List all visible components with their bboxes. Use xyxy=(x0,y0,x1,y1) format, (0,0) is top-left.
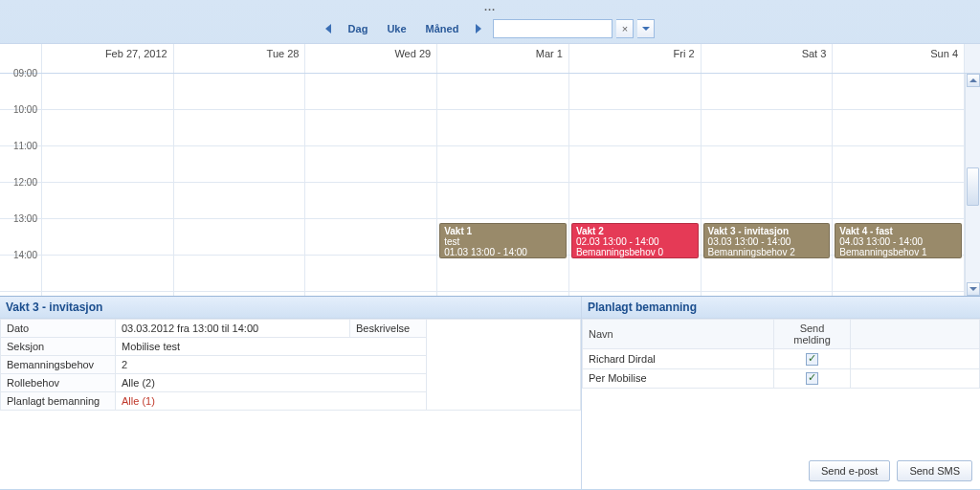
detail-label: Planlagt bemanning xyxy=(1,392,116,411)
staffing-table: Navn Send melding Richard DirdalPer Mobi… xyxy=(582,319,980,389)
day-header: Mar 1 xyxy=(437,44,569,73)
detail-value: Mobilise test xyxy=(116,338,427,356)
search-input[interactable] xyxy=(493,19,612,38)
day-header: Fri 2 xyxy=(569,44,702,73)
prev-arrow-icon[interactable] xyxy=(325,24,331,33)
scroll-down-icon[interactable] xyxy=(967,282,980,296)
day-column[interactable] xyxy=(42,74,174,296)
time-label: 11:00 xyxy=(13,141,37,151)
time-label: 14:00 xyxy=(13,250,37,260)
month-view-button[interactable]: Måned xyxy=(418,20,467,37)
detail-value: Alle (1) xyxy=(116,392,427,411)
send-sms-button[interactable]: Send SMS xyxy=(897,460,972,481)
time-label: 12:00 xyxy=(13,177,37,188)
clear-search-button[interactable]: × xyxy=(616,19,634,38)
vertical-scrollbar[interactable] xyxy=(965,74,980,296)
detail-value-beskrivelse xyxy=(427,320,581,411)
bottom-pane: Vakt 3 - invitasjon Dato 03.03.2012 fra … xyxy=(0,296,980,489)
day-column[interactable] xyxy=(174,74,306,296)
time-label: 13:00 xyxy=(13,213,37,224)
day-column[interactable]: Vakt 3 - invitasjon03.03 13:00 - 14:00Be… xyxy=(702,74,834,296)
time-label: 09:00 xyxy=(13,68,37,78)
day-header-row: Feb 27, 2012 Tue 28 Wed 29 Mar 1 Fri 2 S… xyxy=(0,43,980,74)
calendar-event[interactable]: Vakt 202.03 13:00 - 14:00Bemanningsbehov… xyxy=(571,223,699,258)
staffing-panel: Planlagt bemanning Navn Send melding Ric… xyxy=(582,297,980,489)
detail-label: Beskrivelse xyxy=(350,320,427,338)
day-column[interactable] xyxy=(305,74,437,296)
detail-panel-title: Vakt 3 - invitasjon xyxy=(0,297,581,319)
day-header: Wed 29 xyxy=(305,44,437,73)
calendar-event[interactable]: Vakt 1test01.03 13:00 - 14:00 xyxy=(439,223,567,258)
calendar-event[interactable]: Vakt 3 - invitasjon03.03 13:00 - 14:00Be… xyxy=(703,223,831,258)
staffing-name: Per Mobilise xyxy=(583,368,774,389)
detail-label: Dato xyxy=(1,320,116,338)
time-label: 10:00 xyxy=(13,104,37,115)
detail-value: Alle (2) xyxy=(116,374,427,392)
scrollbar-header-spacer xyxy=(965,44,980,73)
send-email-button[interactable]: Send e-post xyxy=(809,460,890,481)
button-row: Send e-post Send SMS xyxy=(582,453,980,489)
staffing-send-cell xyxy=(774,368,851,389)
staffing-col-send: Send melding xyxy=(774,320,851,349)
day-header: Sun 4 xyxy=(833,44,965,73)
detail-label: Rollebehov xyxy=(1,374,116,392)
staffing-col-empty xyxy=(851,320,980,349)
day-column[interactable]: Vakt 202.03 13:00 - 14:00Bemanningsbehov… xyxy=(569,74,702,296)
send-checkbox[interactable] xyxy=(806,372,818,385)
staffing-col-name: Navn xyxy=(583,320,774,349)
calendar-grid: 09:00 10:00 11:00 12:00 13:00 14:00 Vakt… xyxy=(0,74,980,296)
detail-panel: Vakt 3 - invitasjon Dato 03.03.2012 fra … xyxy=(0,297,582,489)
staffing-empty-cell xyxy=(851,368,980,389)
search-dropdown-button[interactable] xyxy=(637,19,655,38)
day-columns: Vakt 1test01.03 13:00 - 14:00Vakt 202.03… xyxy=(42,74,965,296)
day-header: Feb 27, 2012 xyxy=(42,44,174,73)
detail-label: Bemanningsbehov xyxy=(1,356,116,374)
time-gutter: 09:00 10:00 11:00 12:00 13:00 14:00 xyxy=(0,74,42,296)
window-title: ... xyxy=(0,0,980,14)
day-column[interactable]: Vakt 4 - fast04.03 13:00 - 14:00Bemannin… xyxy=(833,74,965,296)
staffing-name: Richard Dirdal xyxy=(583,349,774,369)
detail-value: 03.03.2012 fra 13:00 til 14:00 xyxy=(116,320,350,338)
day-view-button[interactable]: Dag xyxy=(341,20,376,37)
scroll-thumb[interactable] xyxy=(967,167,979,206)
send-checkbox[interactable] xyxy=(806,353,818,366)
staffing-row: Per Mobilise xyxy=(583,368,980,389)
staffing-empty-cell xyxy=(851,349,980,369)
day-header: Tue 28 xyxy=(174,44,306,73)
detail-value: 2 xyxy=(116,356,427,374)
calendar-nav: Dag Uke Måned × xyxy=(0,14,980,43)
detail-label: Seksjon xyxy=(1,338,116,356)
day-column[interactable]: Vakt 1test01.03 13:00 - 14:00 xyxy=(437,74,569,296)
detail-table: Dato 03.03.2012 fra 13:00 til 14:00 Besk… xyxy=(0,319,581,411)
calendar-event[interactable]: Vakt 4 - fast04.03 13:00 - 14:00Bemannin… xyxy=(835,223,962,258)
scroll-up-icon[interactable] xyxy=(967,74,980,87)
day-header: Sat 3 xyxy=(702,44,834,73)
week-view-button[interactable]: Uke xyxy=(379,20,413,37)
staffing-panel-title: Planlagt bemanning xyxy=(582,297,980,319)
next-arrow-icon[interactable] xyxy=(476,24,481,33)
staffing-row: Richard Dirdal xyxy=(583,349,980,369)
staffing-send-cell xyxy=(774,349,851,369)
